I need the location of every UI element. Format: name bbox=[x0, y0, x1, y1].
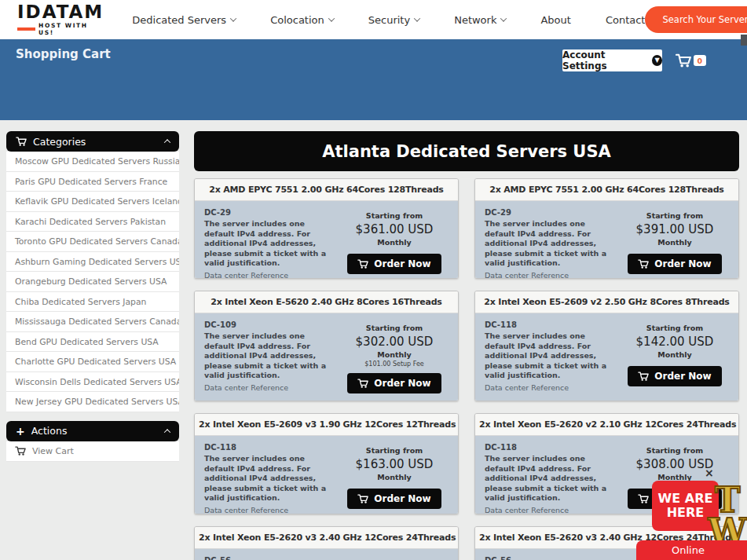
chevron-down-icon bbox=[230, 15, 236, 21]
setup-fee: $101.00 Setup Fee bbox=[340, 361, 449, 368]
arrow-down-circle-icon: ▼ bbox=[652, 55, 662, 66]
we-are-here-line1: WE ARE bbox=[658, 492, 713, 506]
server-info: DC-109 The server includes one default I… bbox=[204, 320, 340, 394]
billing-period: Monthly bbox=[621, 350, 729, 359]
categories-header[interactable]: Categories bbox=[6, 131, 179, 152]
datacenter-reference-link[interactable]: Data center Reference bbox=[485, 383, 616, 393]
price-value: $361.00 USD bbox=[340, 222, 449, 236]
server-title: 2x Intel Xeon E5-2609 v3 1.90 GHz 12Core… bbox=[195, 414, 458, 436]
datacenter-code: DC-56 bbox=[204, 555, 335, 560]
server-title: 2x Intel Xeon E5-2620 v3 2.40 GHz 12Core… bbox=[195, 527, 458, 549]
page-title: Atlanta Dedicated Servers USA bbox=[194, 131, 739, 171]
server-info: DC-118 The server includes one default I… bbox=[204, 442, 340, 507]
cart-count-badge: 0 bbox=[694, 55, 706, 66]
categories-title: Categories bbox=[33, 136, 86, 148]
logo-tagline: HOST WITH US! bbox=[38, 22, 104, 36]
sidebar-item-keflavik[interactable]: Keflavik GPU Dedicated Servers Iceland bbox=[6, 192, 179, 212]
server-description: The server includes one default IPv4 add… bbox=[485, 454, 616, 503]
nav-label: Colocation bbox=[270, 14, 324, 26]
sidebar-item-toronto[interactable]: Toronto GPU Dedicated Servers Canada bbox=[6, 232, 179, 252]
sidebar-item-bend[interactable]: Bend GPU Dedicated Servers USA bbox=[6, 332, 179, 353]
close-icon[interactable]: × bbox=[705, 467, 714, 479]
server-title: 2x AMD EPYC 7551 2.00 GHz 64Cores 128Thr… bbox=[475, 179, 738, 201]
nav-contact[interactable]: Contact bbox=[606, 14, 646, 26]
actions-section: + Actions View Cart bbox=[6, 421, 179, 462]
starting-from-label: Starting from bbox=[621, 446, 729, 455]
sidebar-item-ashburn[interactable]: Ashburn Gaming Dedicated Servers USA bbox=[6, 252, 179, 273]
order-now-button[interactable]: Order Now bbox=[628, 254, 721, 274]
server-title: 2x Intel Xeon E-5620 2.40 GHz 8Cores 16T… bbox=[195, 291, 458, 313]
view-cart-label: View Cart bbox=[32, 446, 74, 456]
search-server-location-button[interactable]: Search Your Server Location bbox=[645, 6, 747, 33]
price-value: $302.00 USD bbox=[340, 335, 449, 349]
nav-network[interactable]: Network bbox=[454, 14, 506, 26]
order-now-button[interactable]: Order Now bbox=[347, 373, 441, 393]
account-settings-button[interactable]: Account Settings ▼ bbox=[562, 49, 662, 71]
cart-icon bbox=[357, 494, 368, 503]
order-now-button[interactable]: Order Now bbox=[347, 489, 441, 509]
nav-about[interactable]: About bbox=[540, 14, 570, 26]
datacenter-reference-link[interactable]: Data center Reference bbox=[204, 271, 335, 278]
logo-text: IDATAM bbox=[17, 3, 104, 21]
sidebar-item-charlotte[interactable]: Charlotte GPU Dedicated Servers USA bbox=[6, 352, 179, 372]
billing-period: Monthly bbox=[340, 350, 449, 359]
shopping-cart-bar: Shopping Cart Account Settings ▼ 0 bbox=[0, 39, 747, 120]
nav-label: Contact bbox=[606, 14, 646, 26]
sidebar-item-wisconsin-dells[interactable]: Wisconsin Dells Dedicated Servers USA bbox=[6, 372, 179, 393]
chat-online-tab[interactable]: Online bbox=[636, 540, 747, 560]
price-block: Starting from $361.00 USD Monthly Order … bbox=[340, 207, 449, 272]
sidebar-item-orangeburg[interactable]: Orangeburg Dedicated Servers USA bbox=[6, 272, 179, 292]
nav-colocation[interactable]: Colocation bbox=[270, 14, 334, 26]
server-description: The server includes one default IPv4 add… bbox=[204, 454, 335, 503]
order-now-label: Order Now bbox=[374, 258, 430, 269]
sidebar-item-moscow[interactable]: Moscow GPU Dedicated Servers Russia bbox=[6, 152, 179, 172]
price-value: $163.00 USD bbox=[340, 457, 449, 471]
server-card: 2x Intel Xeon E5-2609 v3 1.90 GHz 12Core… bbox=[194, 413, 459, 514]
logo-accent-bar bbox=[17, 27, 35, 31]
datacenter-code: DC-118 bbox=[485, 442, 616, 452]
chevron-down-icon bbox=[328, 15, 335, 21]
cart-icon bbox=[638, 494, 649, 503]
actions-header[interactable]: + Actions bbox=[6, 421, 179, 441]
datacenter-code: DC-56 bbox=[485, 555, 616, 560]
server-card: 2x AMD EPYC 7551 2.00 GHz 64Cores 128Thr… bbox=[194, 178, 459, 279]
datacenter-code: DC-109 bbox=[204, 320, 335, 330]
sidebar-item-paris[interactable]: Paris GPU Dedicated Servers France bbox=[6, 172, 179, 192]
sidebar-item-chiba[interactable]: Chiba Dedicated Servers Japan bbox=[6, 292, 179, 313]
sidebar-item-mississauga[interactable]: Mississauga Dedicated Servers Canada bbox=[6, 312, 179, 332]
cart-icon bbox=[676, 53, 691, 68]
cart-icon bbox=[638, 259, 649, 269]
main-nav: Dedicated Servers Colocation Security Ne… bbox=[132, 14, 645, 26]
nav-label: Security bbox=[368, 14, 410, 26]
actions-title: Actions bbox=[31, 425, 68, 437]
nav-dedicated-servers[interactable]: Dedicated Servers bbox=[132, 14, 236, 26]
server-card: 2x Intel Xeon E5-2620 v3 2.40 GHz 12Core… bbox=[194, 526, 459, 560]
price-block: Starting from $142.00 USD Monthly Order … bbox=[621, 320, 729, 394]
order-now-label: Order Now bbox=[654, 258, 711, 269]
site-logo[interactable]: IDATAM HOST WITH US! bbox=[17, 3, 104, 36]
order-now-button[interactable]: Order Now bbox=[347, 254, 441, 274]
nav-security[interactable]: Security bbox=[368, 14, 419, 26]
nav-label: Network bbox=[454, 14, 496, 26]
categories-list: Moscow GPU Dedicated Servers Russia Pari… bbox=[6, 152, 179, 412]
datacenter-reference-link[interactable]: Data center Reference bbox=[204, 506, 335, 514]
plus-icon: + bbox=[16, 426, 25, 437]
datacenter-reference-link[interactable]: Data center Reference bbox=[485, 271, 616, 278]
sidebar-item-karachi[interactable]: Karachi Dedicated Servers Pakistan bbox=[6, 212, 179, 232]
datacenter-reference-link[interactable]: Data center Reference bbox=[204, 383, 335, 393]
server-description: The server includes one default IPv4 add… bbox=[204, 331, 335, 381]
server-info: DC-29 The server includes one default IP… bbox=[485, 207, 621, 272]
sidebar-item-new-jersey[interactable]: New Jersey GPU Dedicated Servers USA bbox=[6, 392, 179, 412]
view-cart-link[interactable]: View Cart bbox=[6, 441, 179, 462]
server-info: DC-29 The server includes one default IP… bbox=[204, 207, 340, 272]
order-now-label: Order Now bbox=[374, 493, 430, 504]
datacenter-code: DC-29 bbox=[204, 207, 335, 218]
scrollbar-thumb[interactable] bbox=[741, 35, 747, 46]
server-card: 2x AMD EPYC 7551 2.00 GHz 64Cores 128Thr… bbox=[474, 178, 739, 279]
cart-indicator[interactable]: 0 bbox=[676, 53, 706, 68]
billing-period: Monthly bbox=[621, 238, 729, 247]
chevron-down-icon bbox=[500, 15, 507, 21]
datacenter-reference-link[interactable]: Data center Reference bbox=[485, 506, 616, 514]
order-now-button[interactable]: Order Now bbox=[628, 366, 721, 386]
cart-icon bbox=[638, 372, 649, 381]
